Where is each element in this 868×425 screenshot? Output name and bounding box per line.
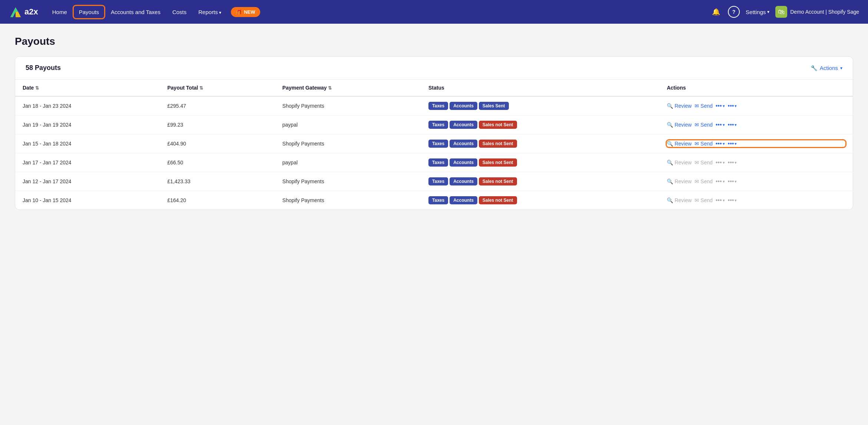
review-button[interactable]: 🔍 Review bbox=[667, 178, 692, 184]
search-icon: 🔍 bbox=[667, 197, 673, 203]
send-button[interactable]: ✉ Send bbox=[695, 122, 713, 128]
dropdown-arrow-1[interactable]: ▾ bbox=[723, 179, 725, 184]
dropdown-arrow-2[interactable]: ▾ bbox=[735, 104, 737, 108]
dots-menu-1[interactable]: •••▾ bbox=[716, 121, 725, 128]
cell-status: TaxesAccountsSales not Sent bbox=[421, 172, 659, 191]
logo: a2x bbox=[9, 5, 38, 19]
search-icon: 🔍 bbox=[667, 178, 673, 184]
send-button[interactable]: ✉ Send bbox=[695, 103, 713, 109]
status-badge: Taxes bbox=[428, 102, 448, 110]
status-badge: Sales not Sent bbox=[479, 158, 517, 167]
status-badge: Taxes bbox=[428, 158, 448, 167]
dots-icon-1[interactable]: ••• bbox=[716, 159, 722, 166]
dots-menu-2[interactable]: •••▾ bbox=[728, 159, 737, 166]
cell-payment-gateway: paypal bbox=[275, 116, 421, 134]
mail-icon: ✉ bbox=[695, 141, 699, 147]
nav-right: 🔔 ? Settings 🛍 Demo Account | Shopify Sa… bbox=[710, 6, 859, 18]
dots-menu-2[interactable]: •••▾ bbox=[728, 178, 737, 185]
help-button[interactable]: ? bbox=[728, 6, 740, 18]
nav-costs[interactable]: Costs bbox=[167, 6, 192, 18]
nav-reports[interactable]: Reports bbox=[193, 6, 226, 18]
dropdown-arrow-1[interactable]: ▾ bbox=[723, 104, 725, 108]
navbar: a2x Home Payouts Accounts and Taxes Cost… bbox=[0, 0, 868, 24]
dropdown-arrow-2[interactable]: ▾ bbox=[735, 198, 737, 203]
cell-payout-total: £164.20 bbox=[160, 191, 275, 210]
dots-menu-2[interactable]: •••▾ bbox=[728, 140, 737, 147]
dots-icon-2[interactable]: ••• bbox=[728, 178, 734, 185]
col-payment-gateway[interactable]: Payment Gateway bbox=[275, 80, 421, 96]
dropdown-arrow-2[interactable]: ▾ bbox=[735, 179, 737, 184]
dots-menu-2[interactable]: •••▾ bbox=[728, 197, 737, 204]
send-button[interactable]: ✉ Send bbox=[695, 141, 713, 147]
dropdown-arrow-1[interactable]: ▾ bbox=[723, 160, 725, 165]
page-content: Payouts 58 Payouts 🔧 Actions Date Payout… bbox=[0, 24, 868, 222]
col-actions: Actions bbox=[659, 80, 853, 96]
mail-icon: ✉ bbox=[695, 160, 699, 165]
table-header: Date Payout Total Payment Gateway Status… bbox=[15, 80, 853, 96]
dots-icon-1[interactable]: ••• bbox=[716, 103, 722, 109]
dots-icon-1[interactable]: ••• bbox=[716, 178, 722, 185]
nav-home[interactable]: Home bbox=[47, 6, 72, 18]
dots-menu-1[interactable]: •••▾ bbox=[716, 197, 725, 204]
status-badge: Sales not Sent bbox=[479, 196, 517, 204]
new-badge[interactable]: 🎁 NEW bbox=[231, 7, 260, 17]
dots-icon-2[interactable]: ••• bbox=[728, 103, 734, 109]
header-actions-button[interactable]: 🔧 Actions bbox=[811, 65, 842, 71]
dots-menu-2[interactable]: •••▾ bbox=[728, 121, 737, 128]
cell-date: Jan 12 - Jan 17 2024 bbox=[15, 172, 160, 191]
cell-actions: 🔍 Review✉ Send•••▾•••▾ bbox=[659, 191, 853, 210]
notification-bell-button[interactable]: 🔔 bbox=[710, 6, 722, 18]
status-badge: Accounts bbox=[450, 177, 477, 185]
col-payout-total[interactable]: Payout Total bbox=[160, 80, 275, 96]
status-badge: Accounts bbox=[450, 196, 477, 204]
status-badge: Sales not Sent bbox=[479, 177, 517, 185]
dots-icon-2[interactable]: ••• bbox=[728, 140, 734, 147]
dots-menu-1[interactable]: •••▾ bbox=[716, 140, 725, 147]
dots-menu-1[interactable]: •••▾ bbox=[716, 103, 725, 109]
dropdown-arrow-1[interactable]: ▾ bbox=[723, 198, 725, 203]
review-button[interactable]: 🔍 Review bbox=[667, 141, 692, 147]
send-button[interactable]: ✉ Send bbox=[695, 178, 713, 184]
dots-menu-1[interactable]: •••▾ bbox=[716, 178, 725, 185]
review-button[interactable]: 🔍 Review bbox=[667, 197, 692, 203]
cell-payment-gateway: Shopify Payments bbox=[275, 96, 421, 116]
cell-payout-total: £66.50 bbox=[160, 153, 275, 172]
status-badge: Sales not Sent bbox=[479, 121, 517, 129]
cell-date: Jan 19 - Jan 19 2024 bbox=[15, 116, 160, 134]
table-row: Jan 19 - Jan 19 2024£99.23paypalTaxesAcc… bbox=[15, 116, 853, 134]
search-icon: 🔍 bbox=[667, 160, 673, 165]
nav-payouts[interactable]: Payouts bbox=[74, 6, 104, 18]
dots-menu-1[interactable]: •••▾ bbox=[716, 159, 725, 166]
search-icon: 🔍 bbox=[667, 141, 673, 147]
settings-dropdown[interactable]: Settings bbox=[746, 9, 769, 15]
dots-icon-2[interactable]: ••• bbox=[728, 121, 734, 128]
mail-icon: ✉ bbox=[695, 178, 699, 184]
review-button[interactable]: 🔍 Review bbox=[667, 122, 692, 128]
cell-actions: 🔍 Review✉ Send•••▾•••▾ bbox=[659, 116, 853, 134]
cell-status: TaxesAccountsSales not Sent bbox=[421, 116, 659, 134]
cell-status: TaxesAccountsSales not Sent bbox=[421, 153, 659, 172]
dropdown-arrow-2[interactable]: ▾ bbox=[735, 141, 737, 146]
dots-icon-1[interactable]: ••• bbox=[716, 140, 722, 147]
col-date[interactable]: Date bbox=[15, 80, 160, 96]
dots-icon-2[interactable]: ••• bbox=[728, 159, 734, 166]
dropdown-arrow-1[interactable]: ▾ bbox=[723, 141, 725, 146]
dropdown-arrow-2[interactable]: ▾ bbox=[735, 123, 737, 127]
dots-icon-1[interactable]: ••• bbox=[716, 197, 722, 204]
send-button[interactable]: ✉ Send bbox=[695, 197, 713, 203]
nav-accounts-taxes[interactable]: Accounts and Taxes bbox=[106, 6, 166, 18]
status-badge: Taxes bbox=[428, 121, 448, 129]
table-body: Jan 18 - Jan 23 2024£295.47Shopify Payme… bbox=[15, 96, 853, 210]
review-button[interactable]: 🔍 Review bbox=[667, 160, 692, 165]
cell-payment-gateway: Shopify Payments bbox=[275, 134, 421, 153]
dots-icon-1[interactable]: ••• bbox=[716, 121, 722, 128]
dots-menu-2[interactable]: •••▾ bbox=[728, 103, 737, 109]
dots-icon-2[interactable]: ••• bbox=[728, 197, 734, 204]
dropdown-arrow-1[interactable]: ▾ bbox=[723, 123, 725, 127]
send-button[interactable]: ✉ Send bbox=[695, 160, 713, 165]
review-button[interactable]: 🔍 Review bbox=[667, 103, 692, 109]
dropdown-arrow-2[interactable]: ▾ bbox=[735, 160, 737, 165]
mail-icon: ✉ bbox=[695, 197, 699, 203]
cell-status: TaxesAccountsSales not Sent bbox=[421, 191, 659, 210]
cell-payout-total: £404.90 bbox=[160, 134, 275, 153]
